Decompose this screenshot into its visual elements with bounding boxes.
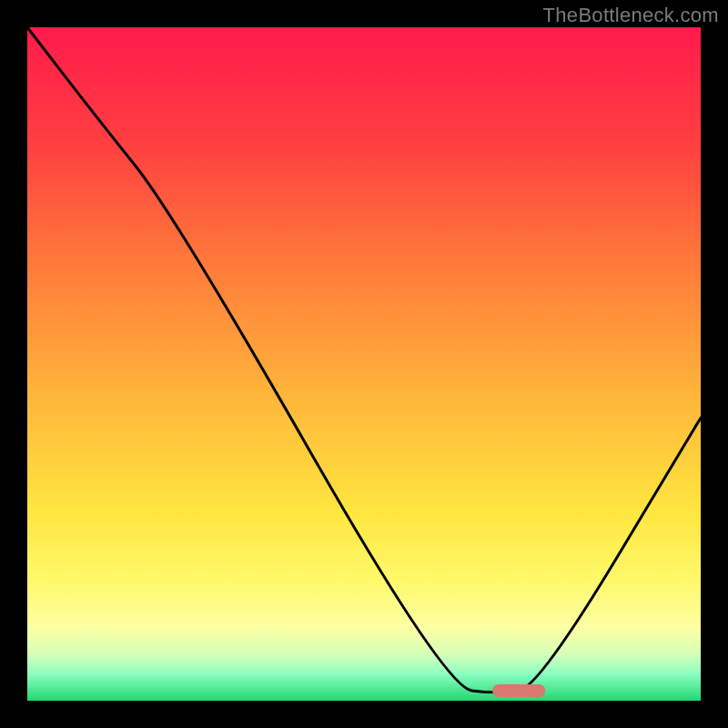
bottleneck-chart-svg — [0, 0, 728, 728]
plot-area — [27, 27, 701, 701]
chart-container: TheBottleneck.com — [0, 0, 728, 728]
watermark-text: TheBottleneck.com — [543, 4, 719, 27]
